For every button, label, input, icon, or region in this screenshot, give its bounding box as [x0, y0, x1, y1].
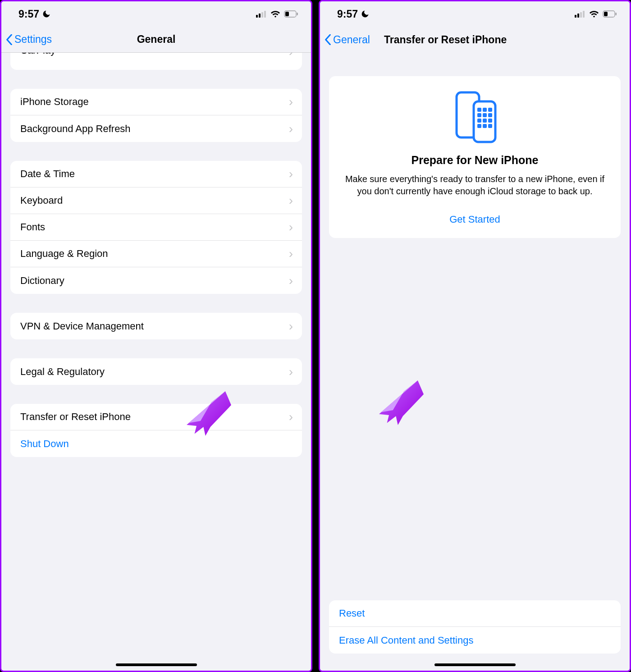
prepare-card: Prepare for New iPhone Make sure everyth…	[329, 76, 621, 238]
svg-rect-3	[264, 11, 266, 18]
row-label: Language & Region	[20, 248, 108, 260]
svg-rect-27	[477, 124, 481, 128]
home-indicator[interactable]	[434, 663, 516, 666]
row-label: Fonts	[20, 221, 45, 233]
status-time: 9:57	[18, 8, 39, 20]
get-started-button[interactable]: Get Started	[342, 197, 608, 238]
group-storage: iPhone Storage › Background App Refresh …	[10, 89, 302, 142]
row-vpn-device-management[interactable]: VPN & Device Management ›	[10, 313, 302, 339]
row-label: Dictionary	[20, 275, 64, 287]
svg-rect-19	[483, 108, 487, 112]
home-indicator[interactable]	[116, 663, 197, 666]
chevron-right-icon: ›	[289, 366, 293, 378]
row-label: Shut Down	[20, 438, 69, 450]
svg-rect-5	[285, 12, 289, 16]
svg-rect-24	[477, 119, 481, 123]
row-reset[interactable]: Reset	[329, 600, 621, 627]
row-label: Transfer or Reset iPhone	[20, 411, 131, 423]
back-label: General	[333, 34, 370, 46]
wifi-icon	[270, 10, 280, 18]
do-not-disturb-moon-icon	[42, 9, 51, 18]
nav-header: General Transfer or Reset iPhone	[320, 27, 630, 53]
status-left: 9:57	[18, 8, 51, 20]
svg-rect-22	[483, 113, 487, 117]
row-date-time[interactable]: Date & Time ›	[10, 161, 302, 187]
svg-rect-2	[261, 12, 263, 18]
svg-rect-20	[488, 108, 492, 112]
chevron-right-icon: ›	[289, 194, 293, 207]
row-legal-regulatory[interactable]: Legal & Regulatory ›	[10, 358, 302, 385]
svg-rect-11	[580, 12, 582, 18]
chevron-right-icon: ›	[289, 53, 293, 58]
row-language-region[interactable]: Language & Region ›	[10, 241, 302, 267]
nav-header: Settings General	[1, 27, 311, 53]
status-time: 9:57	[337, 8, 358, 20]
svg-rect-26	[488, 119, 492, 123]
svg-marker-30	[379, 380, 424, 425]
back-to-general[interactable]: General	[325, 34, 370, 46]
group-reset: Transfer or Reset iPhone › Shut Down	[10, 404, 302, 457]
svg-rect-23	[488, 113, 492, 117]
chevron-right-icon: ›	[289, 411, 293, 423]
row-keyboard[interactable]: Keyboard ›	[10, 187, 302, 214]
svg-rect-18	[477, 108, 481, 112]
svg-rect-1	[259, 14, 261, 18]
row-label: Keyboard	[20, 195, 63, 206]
wifi-icon	[589, 10, 599, 18]
row-background-app-refresh[interactable]: Background App Refresh ›	[10, 115, 302, 142]
back-to-settings[interactable]: Settings	[6, 33, 52, 46]
status-left: 9:57	[337, 8, 370, 20]
status-bar: 9:57	[1, 1, 311, 27]
row-iphone-storage[interactable]: iPhone Storage ›	[10, 89, 302, 115]
cellular-signal-icon	[575, 10, 585, 18]
row-erase-all-content[interactable]: Erase All Content and Settings	[329, 627, 621, 654]
chevron-right-icon: ›	[289, 247, 293, 260]
chevron-right-icon: ›	[289, 123, 293, 135]
chevron-right-icon: ›	[289, 320, 293, 333]
cellular-signal-icon	[256, 10, 267, 18]
row-label: Background App Refresh	[20, 123, 131, 135]
svg-rect-6	[297, 13, 298, 15]
chevron-right-icon: ›	[289, 96, 293, 108]
chevron-right-icon: ›	[289, 168, 293, 180]
row-label: VPN & Device Management	[20, 320, 144, 332]
row-label: CarPlay	[20, 53, 55, 56]
group-vpn: VPN & Device Management ›	[10, 313, 302, 339]
card-body: Make sure everything's ready to transfer…	[342, 173, 608, 197]
group-locale: Date & Time › Keyboard › Fonts › Languag…	[10, 161, 302, 294]
row-label: Reset	[339, 608, 365, 619]
general-settings-list[interactable]: CarPlay › iPhone Storage › Background Ap…	[1, 53, 311, 671]
svg-rect-21	[477, 113, 481, 117]
phone-right-transfer-reset: 9:57 General Transfer or Reset iPhone	[319, 0, 631, 672]
row-dictionary[interactable]: Dictionary ›	[10, 267, 302, 294]
svg-rect-9	[575, 15, 576, 18]
status-bar: 9:57	[320, 1, 630, 27]
svg-rect-0	[256, 15, 258, 18]
svg-rect-28	[483, 124, 487, 128]
row-label: Erase All Content and Settings	[339, 635, 473, 646]
row-carplay[interactable]: CarPlay ›	[10, 53, 302, 70]
svg-rect-14	[604, 12, 608, 16]
row-label: Date & Time	[20, 168, 75, 180]
row-label: iPhone Storage	[20, 96, 89, 108]
page-title: Transfer or Reset iPhone	[384, 34, 507, 46]
chevron-left-icon	[6, 34, 13, 45]
battery-icon	[603, 10, 617, 18]
chevron-left-icon	[325, 34, 331, 45]
page-title: General	[137, 33, 176, 46]
svg-rect-10	[577, 14, 579, 18]
row-transfer-or-reset-iphone[interactable]: Transfer or Reset iPhone ›	[10, 404, 302, 430]
group-legal: Legal & Regulatory ›	[10, 358, 302, 385]
row-fonts[interactable]: Fonts ›	[10, 214, 302, 241]
battery-icon	[284, 10, 298, 18]
status-right	[256, 10, 298, 18]
card-heading: Prepare for New iPhone	[342, 154, 608, 167]
svg-rect-25	[483, 119, 487, 123]
chevron-right-icon: ›	[289, 274, 293, 287]
phone-left-general: 9:57 Settings General CarPlay	[0, 0, 312, 672]
group-carplay: CarPlay ›	[10, 53, 302, 70]
back-label: Settings	[14, 33, 52, 46]
svg-marker-31	[381, 380, 417, 412]
status-right	[575, 10, 617, 18]
row-shut-down[interactable]: Shut Down	[10, 430, 302, 457]
